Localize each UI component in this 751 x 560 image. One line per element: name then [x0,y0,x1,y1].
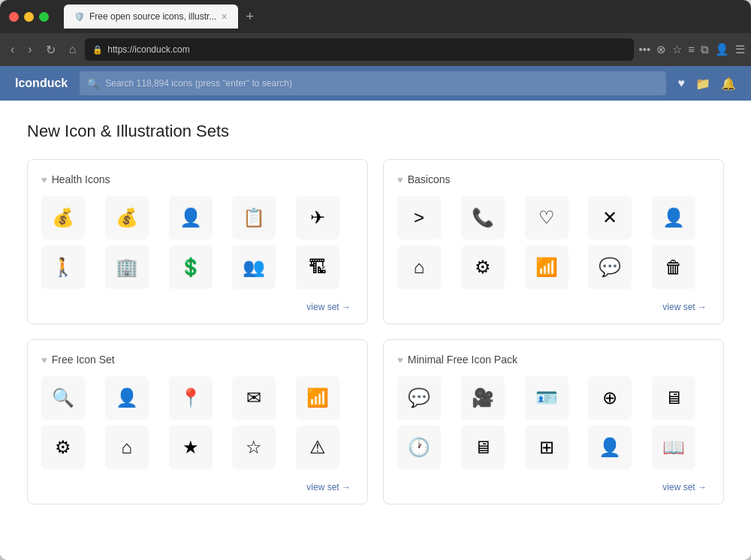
icon-person-outline[interactable]: 🚶 [41,245,85,289]
icon-location[interactable]: 📍 [169,376,213,420]
heart-icon[interactable]: ♥ [41,174,47,185]
icons-grid-free-icon-set: 🔍👤📍✉📶⚙⌂★☆⚠ [41,376,354,469]
minimize-button[interactable] [24,12,34,22]
icon-crosshair[interactable]: ⊕ [588,376,632,420]
icon-chevron-right[interactable]: > [397,196,441,239]
icon-home[interactable]: ⌂ [105,426,149,469]
icon-user-lock[interactable]: 👤 [588,426,632,469]
home-button[interactable]: ⌂ [65,40,81,59]
header-actions: ♥ 📁 🔔 [678,77,737,91]
icon-money-bag[interactable]: 💰 [41,196,85,239]
collections-button[interactable]: 📁 [695,77,710,91]
icon-star-outline[interactable]: ☆ [232,426,276,469]
icon-wifi[interactable]: 📶 [296,376,339,420]
icon-home[interactable]: ⌂ [397,245,441,289]
set-card-free-icon-set: ♥Free Icon Set🔍👤📍✉📶⚙⌂★☆⚠view set → [27,339,368,504]
icon-person[interactable]: 👤 [105,376,149,420]
set-card-health-icons: ♥Health Icons💰💰👤📋✈🚶🏢💲👥🏗view set → [27,159,368,324]
icon-star-filled[interactable]: ★ [169,426,213,469]
icon-video[interactable]: 🎥 [461,376,505,420]
icon-sets-grid: ♥Health Icons💰💰👤📋✈🚶🏢💲👥🏗view set →♥Basico… [27,159,724,504]
view-set-link-basicons[interactable]: view set → [662,302,707,312]
icon-chat[interactable]: 💬 [588,245,632,289]
icon-phone[interactable]: 📞 [461,196,505,239]
set-title-health-icons: ♥Health Icons [41,173,354,185]
icon-trash[interactable]: 🗑 [652,245,695,289]
main-content: New Icon & Illustration Sets ♥Health Ico… [0,101,751,560]
active-tab[interactable]: 🛡️ Free open source icons, illustr... ✕ [64,5,238,29]
set-name-label: Minimal Free Icon Pack [408,354,517,366]
pocket-icon[interactable]: ⊗ [656,43,666,56]
set-title-minimal-free-icon-pack: ♥Minimal Free Icon Pack [397,354,710,366]
icon-close[interactable]: ✕ [588,196,632,239]
icon-chat-list[interactable]: 💬 [397,376,441,420]
icon-book[interactable]: 📖 [652,426,695,469]
titlebar: 🛡️ Free open source icons, illustr... ✕ … [0,0,751,33]
icon-coins-circle[interactable]: 💲 [169,245,213,289]
icon-warning[interactable]: ⚠ [296,426,339,469]
navbar: ‹ › ↻ ⌂ 🔒 https://iconduck.com ••• ⊗ ☆ ≡… [0,33,751,66]
forward-button[interactable]: › [23,40,36,59]
traffic-lights [9,12,49,22]
icon-monitor-settings[interactable]: 🖥 [652,376,695,420]
close-button[interactable] [9,12,19,22]
icon-person[interactable]: 👤 [169,196,213,239]
star-button[interactable]: ☆ [672,43,682,56]
nav-actions: ••• ⊗ ☆ ≡ ⧉ 👤 ☰ [638,43,745,56]
library-button[interactable]: ≡ [688,43,695,56]
brand-logo[interactable]: Iconduck [15,77,68,90]
notifications-button[interactable]: 🔔 [721,77,736,91]
icons-grid-basicons: >📞♡✕👤⌂⚙📶💬🗑 [397,196,710,289]
icon-building[interactable]: 🏢 [105,245,149,289]
more-button[interactable]: ••• [638,43,650,56]
icon-gear[interactable]: ⚙ [461,245,505,289]
synced-tabs-button[interactable]: ⧉ [701,43,709,56]
search-placeholder: Search 118,894 icons (press "enter" to s… [105,78,292,89]
heart-icon[interactable]: ♥ [397,354,403,366]
heart-icon[interactable]: ♥ [397,174,403,185]
icon-group[interactable]: 👥 [232,245,276,289]
set-title-basicons: ♥Basicons [397,173,710,185]
search-bar[interactable]: 🔍 Search 118,894 icons (press "enter" to… [80,71,665,95]
view-set-link-free-icon-set[interactable]: view set → [306,482,351,492]
icon-id-card[interactable]: 🪪 [525,376,569,420]
icon-coin-bag[interactable]: 💰 [105,196,149,239]
icons-grid-minimal-free-icon-pack: 💬🎥🪪⊕🖥🕐🖥⊞👤📖 [397,376,710,469]
maximize-button[interactable] [39,12,49,22]
icon-excavator[interactable]: 🏗 [296,245,339,289]
icon-heart[interactable]: ♡ [525,196,569,239]
new-tab-button[interactable]: + [241,9,258,25]
tab-close-button[interactable]: ✕ [221,12,228,22]
view-set-link-health-icons[interactable]: view set → [306,302,351,312]
tab-title: Free open source icons, illustr... [89,11,216,22]
view-set-link-minimal-free-icon-pack[interactable]: view set → [662,482,707,492]
set-name-label: Health Icons [52,173,110,185]
icon-search[interactable]: 🔍 [41,376,85,420]
set-card-minimal-free-icon-pack: ♥Minimal Free Icon Pack💬🎥🪪⊕🖥🕐🖥⊞👤📖view se… [383,339,724,504]
icon-settings[interactable]: ⚙ [41,426,85,469]
icon-email[interactable]: ✉ [232,376,276,420]
set-card-basicons: ♥Basicons>📞♡✕👤⌂⚙📶💬🗑view set → [383,159,724,324]
icon-document[interactable]: 📋 [232,196,276,239]
set-title-free-icon-set: ♥Free Icon Set [41,354,354,366]
icon-drone[interactable]: ✈ [296,196,339,239]
icons-grid-health-icons: 💰💰👤📋✈🚶🏢💲👥🏗 [41,196,354,289]
icon-clock[interactable]: 🕐 [397,426,441,469]
account-button[interactable]: 👤 [715,43,729,56]
lock-icon: 🔒 [92,45,103,55]
heart-icon[interactable]: ♥ [41,354,47,366]
tab-bar: 🛡️ Free open source icons, illustr... ✕ … [64,5,742,29]
page-title: New Icon & Illustration Sets [27,122,724,141]
search-icon: 🔍 [87,78,99,89]
reload-button[interactable]: ↻ [41,40,60,60]
menu-button[interactable]: ☰ [735,43,745,56]
favorites-button[interactable]: ♥ [678,77,686,91]
set-name-label: Basicons [408,173,451,185]
icon-desktop[interactable]: 🖥 [461,426,505,469]
back-button[interactable]: ‹ [6,40,19,59]
icon-person[interactable]: 👤 [652,196,695,239]
icon-grid[interactable]: ⊞ [525,426,569,469]
url-bar[interactable]: 🔒 https://iconduck.com [85,38,634,61]
tab-favicon: 🛡️ [74,12,85,22]
icon-wifi[interactable]: 📶 [525,245,569,289]
